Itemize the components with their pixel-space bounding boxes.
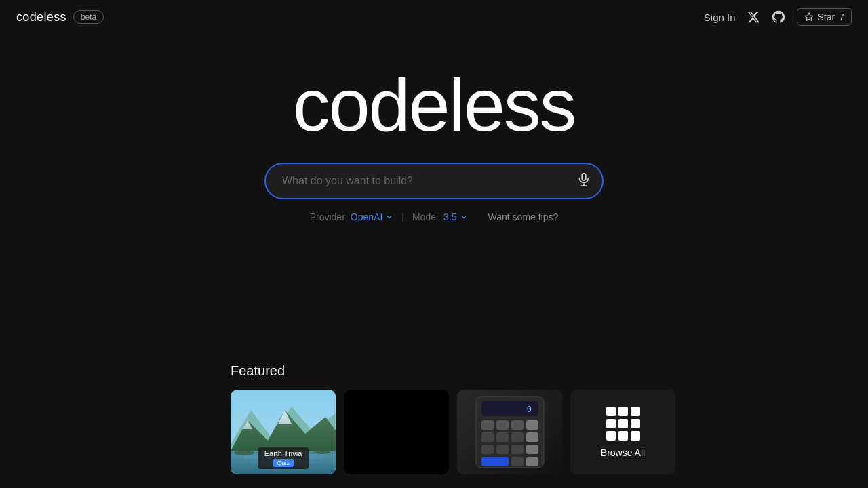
- featured-title: Featured: [231, 363, 637, 379]
- search-input[interactable]: [264, 163, 604, 199]
- svg-rect-18: [496, 420, 509, 430]
- featured-card-browse[interactable]: Browse All: [570, 390, 675, 474]
- svg-rect-17: [481, 420, 494, 430]
- calculator-svg: 0: [469, 393, 551, 471]
- svg-rect-23: [511, 432, 524, 442]
- separator-1: |: [401, 211, 404, 222]
- model-selector[interactable]: 3.5: [443, 211, 467, 222]
- svg-rect-20: [526, 420, 538, 430]
- star-icon: [804, 12, 814, 22]
- brand-name: codeless: [16, 10, 66, 24]
- grid-dot-7: [606, 431, 616, 441]
- grid-dot-9: [631, 431, 640, 441]
- star-count: 7: [839, 12, 844, 22]
- header-right: Sign In Star 7: [704, 8, 852, 26]
- svg-rect-31: [526, 457, 538, 466]
- model-value: 3.5: [443, 211, 456, 222]
- svg-rect-25: [481, 445, 494, 454]
- svg-point-12: [234, 450, 254, 455]
- featured-grid: Earth Trivia Quiz 0: [231, 390, 637, 474]
- header-left: codeless beta: [16, 10, 104, 24]
- search-container: [264, 163, 604, 199]
- nature-card-title: Earth Trivia: [264, 449, 302, 458]
- svg-marker-0: [805, 13, 813, 20]
- provider-chevron-icon: [385, 213, 393, 221]
- calculator-visual: 0: [457, 390, 562, 474]
- grid-dot-2: [618, 407, 628, 416]
- grid-dot-8: [618, 431, 628, 441]
- star-button[interactable]: Star 7: [797, 8, 852, 26]
- twitter-x-icon[interactable]: [747, 10, 760, 24]
- svg-rect-21: [481, 432, 494, 442]
- grid-dot-1: [606, 407, 616, 416]
- svg-rect-19: [511, 420, 524, 430]
- grid-dot-4: [606, 419, 616, 428]
- svg-rect-24: [526, 432, 538, 442]
- provider-selector[interactable]: OpenAI: [351, 211, 393, 222]
- options-row: Provider OpenAI | Model 3.5 Want some ti…: [310, 211, 559, 222]
- hero-title: codeless: [293, 68, 576, 142]
- nature-card-label: Earth Trivia Quiz: [258, 447, 309, 469]
- browse-all-label: Browse All: [601, 447, 645, 458]
- sign-in-button[interactable]: Sign In: [704, 12, 736, 23]
- svg-rect-22: [496, 432, 509, 442]
- svg-text:0: 0: [526, 405, 531, 414]
- svg-rect-27: [511, 445, 524, 454]
- star-label: Star: [818, 12, 835, 22]
- model-chevron-icon: [460, 213, 468, 221]
- github-icon[interactable]: [771, 9, 786, 24]
- svg-rect-1: [582, 174, 586, 180]
- grid-dot-3: [631, 407, 640, 416]
- featured-section: Featured: [0, 363, 868, 488]
- microphone-icon[interactable]: [576, 172, 591, 190]
- svg-rect-28: [526, 445, 538, 454]
- featured-card-dark[interactable]: [344, 390, 449, 474]
- model-label: Model: [412, 211, 438, 222]
- nature-card-tag: Quiz: [273, 459, 294, 467]
- beta-badge: beta: [73, 10, 104, 24]
- svg-rect-30: [511, 457, 524, 466]
- header: codeless beta Sign In Star 7: [0, 0, 868, 34]
- provider-label: Provider: [310, 211, 345, 222]
- grid-dot-5: [618, 419, 628, 428]
- provider-value: OpenAI: [351, 211, 382, 222]
- featured-card-calculator[interactable]: 0: [457, 390, 562, 474]
- tips-link[interactable]: Want some tips?: [488, 211, 559, 222]
- featured-card-nature[interactable]: Earth Trivia Quiz: [231, 390, 336, 474]
- svg-point-13: [314, 450, 330, 454]
- grid-dot-6: [631, 419, 640, 428]
- browse-grid-icon: [606, 407, 640, 441]
- svg-rect-26: [496, 445, 509, 454]
- svg-rect-29: [481, 457, 509, 466]
